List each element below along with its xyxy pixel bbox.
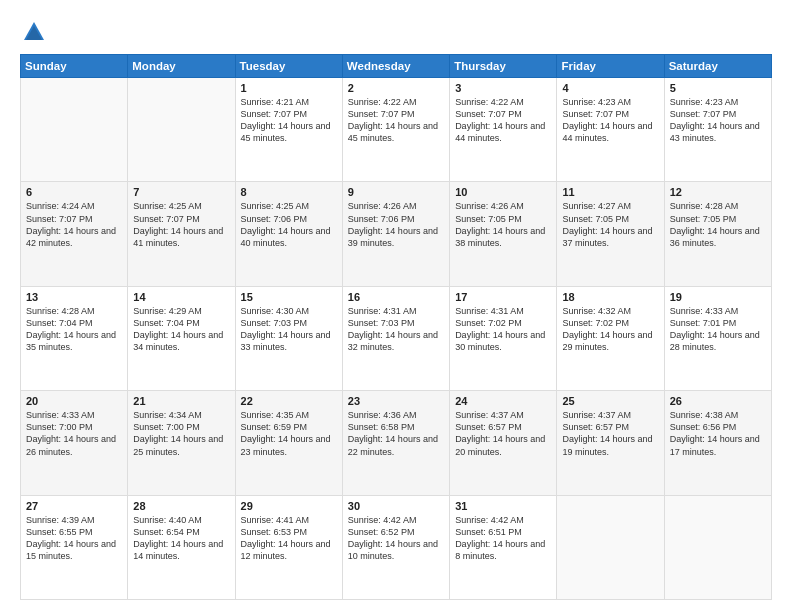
- day-number: 31: [455, 500, 551, 512]
- calendar-cell: 9Sunrise: 4:26 AMSunset: 7:06 PMDaylight…: [342, 182, 449, 286]
- day-number: 2: [348, 82, 444, 94]
- calendar-cell: 12Sunrise: 4:28 AMSunset: 7:05 PMDayligh…: [664, 182, 771, 286]
- day-number: 20: [26, 395, 122, 407]
- day-number: 3: [455, 82, 551, 94]
- calendar-cell: 1Sunrise: 4:21 AMSunset: 7:07 PMDaylight…: [235, 78, 342, 182]
- col-header-monday: Monday: [128, 55, 235, 78]
- cell-info: Sunrise: 4:42 AMSunset: 6:52 PMDaylight:…: [348, 514, 444, 563]
- calendar-cell: 21Sunrise: 4:34 AMSunset: 7:00 PMDayligh…: [128, 391, 235, 495]
- calendar-cell: 28Sunrise: 4:40 AMSunset: 6:54 PMDayligh…: [128, 495, 235, 599]
- calendar-cell: [21, 78, 128, 182]
- cell-info: Sunrise: 4:22 AMSunset: 7:07 PMDaylight:…: [348, 96, 444, 145]
- calendar-cell: 30Sunrise: 4:42 AMSunset: 6:52 PMDayligh…: [342, 495, 449, 599]
- calendar-cell: 17Sunrise: 4:31 AMSunset: 7:02 PMDayligh…: [450, 286, 557, 390]
- calendar-cell: 15Sunrise: 4:30 AMSunset: 7:03 PMDayligh…: [235, 286, 342, 390]
- col-header-wednesday: Wednesday: [342, 55, 449, 78]
- day-number: 7: [133, 186, 229, 198]
- calendar-cell: 11Sunrise: 4:27 AMSunset: 7:05 PMDayligh…: [557, 182, 664, 286]
- calendar-cell: 13Sunrise: 4:28 AMSunset: 7:04 PMDayligh…: [21, 286, 128, 390]
- calendar-cell: 23Sunrise: 4:36 AMSunset: 6:58 PMDayligh…: [342, 391, 449, 495]
- cell-info: Sunrise: 4:34 AMSunset: 7:00 PMDaylight:…: [133, 409, 229, 458]
- cell-info: Sunrise: 4:28 AMSunset: 7:05 PMDaylight:…: [670, 200, 766, 249]
- cell-info: Sunrise: 4:42 AMSunset: 6:51 PMDaylight:…: [455, 514, 551, 563]
- calendar-cell: 19Sunrise: 4:33 AMSunset: 7:01 PMDayligh…: [664, 286, 771, 390]
- day-number: 18: [562, 291, 658, 303]
- cell-info: Sunrise: 4:21 AMSunset: 7:07 PMDaylight:…: [241, 96, 337, 145]
- day-number: 4: [562, 82, 658, 94]
- day-number: 6: [26, 186, 122, 198]
- day-number: 14: [133, 291, 229, 303]
- col-header-sunday: Sunday: [21, 55, 128, 78]
- day-number: 11: [562, 186, 658, 198]
- cell-info: Sunrise: 4:28 AMSunset: 7:04 PMDaylight:…: [26, 305, 122, 354]
- calendar-cell: 27Sunrise: 4:39 AMSunset: 6:55 PMDayligh…: [21, 495, 128, 599]
- calendar-cell: 5Sunrise: 4:23 AMSunset: 7:07 PMDaylight…: [664, 78, 771, 182]
- cell-info: Sunrise: 4:26 AMSunset: 7:05 PMDaylight:…: [455, 200, 551, 249]
- logo: [20, 18, 52, 46]
- day-number: 12: [670, 186, 766, 198]
- cell-info: Sunrise: 4:35 AMSunset: 6:59 PMDaylight:…: [241, 409, 337, 458]
- col-header-tuesday: Tuesday: [235, 55, 342, 78]
- day-number: 1: [241, 82, 337, 94]
- day-number: 5: [670, 82, 766, 94]
- cell-info: Sunrise: 4:37 AMSunset: 6:57 PMDaylight:…: [455, 409, 551, 458]
- cell-info: Sunrise: 4:23 AMSunset: 7:07 PMDaylight:…: [562, 96, 658, 145]
- calendar-cell: 2Sunrise: 4:22 AMSunset: 7:07 PMDaylight…: [342, 78, 449, 182]
- day-number: 24: [455, 395, 551, 407]
- col-header-friday: Friday: [557, 55, 664, 78]
- cell-info: Sunrise: 4:29 AMSunset: 7:04 PMDaylight:…: [133, 305, 229, 354]
- day-number: 10: [455, 186, 551, 198]
- cell-info: Sunrise: 4:30 AMSunset: 7:03 PMDaylight:…: [241, 305, 337, 354]
- calendar-cell: 20Sunrise: 4:33 AMSunset: 7:00 PMDayligh…: [21, 391, 128, 495]
- day-number: 15: [241, 291, 337, 303]
- cell-info: Sunrise: 4:31 AMSunset: 7:03 PMDaylight:…: [348, 305, 444, 354]
- calendar-cell: 26Sunrise: 4:38 AMSunset: 6:56 PMDayligh…: [664, 391, 771, 495]
- cell-info: Sunrise: 4:40 AMSunset: 6:54 PMDaylight:…: [133, 514, 229, 563]
- calendar-cell: [557, 495, 664, 599]
- cell-info: Sunrise: 4:33 AMSunset: 7:00 PMDaylight:…: [26, 409, 122, 458]
- day-number: 30: [348, 500, 444, 512]
- logo-icon: [20, 18, 48, 46]
- calendar-cell: 3Sunrise: 4:22 AMSunset: 7:07 PMDaylight…: [450, 78, 557, 182]
- calendar-cell: 6Sunrise: 4:24 AMSunset: 7:07 PMDaylight…: [21, 182, 128, 286]
- day-number: 26: [670, 395, 766, 407]
- calendar-cell: [664, 495, 771, 599]
- day-number: 19: [670, 291, 766, 303]
- cell-info: Sunrise: 4:38 AMSunset: 6:56 PMDaylight:…: [670, 409, 766, 458]
- day-number: 17: [455, 291, 551, 303]
- cell-info: Sunrise: 4:41 AMSunset: 6:53 PMDaylight:…: [241, 514, 337, 563]
- day-number: 23: [348, 395, 444, 407]
- day-number: 22: [241, 395, 337, 407]
- calendar-cell: 4Sunrise: 4:23 AMSunset: 7:07 PMDaylight…: [557, 78, 664, 182]
- cell-info: Sunrise: 4:33 AMSunset: 7:01 PMDaylight:…: [670, 305, 766, 354]
- header: [20, 18, 772, 46]
- day-number: 13: [26, 291, 122, 303]
- day-number: 8: [241, 186, 337, 198]
- cell-info: Sunrise: 4:39 AMSunset: 6:55 PMDaylight:…: [26, 514, 122, 563]
- calendar-cell: 24Sunrise: 4:37 AMSunset: 6:57 PMDayligh…: [450, 391, 557, 495]
- cell-info: Sunrise: 4:32 AMSunset: 7:02 PMDaylight:…: [562, 305, 658, 354]
- calendar-cell: 14Sunrise: 4:29 AMSunset: 7:04 PMDayligh…: [128, 286, 235, 390]
- day-number: 9: [348, 186, 444, 198]
- cell-info: Sunrise: 4:24 AMSunset: 7:07 PMDaylight:…: [26, 200, 122, 249]
- col-header-saturday: Saturday: [664, 55, 771, 78]
- day-number: 27: [26, 500, 122, 512]
- calendar-cell: [128, 78, 235, 182]
- cell-info: Sunrise: 4:37 AMSunset: 6:57 PMDaylight:…: [562, 409, 658, 458]
- calendar-cell: 31Sunrise: 4:42 AMSunset: 6:51 PMDayligh…: [450, 495, 557, 599]
- calendar-cell: 16Sunrise: 4:31 AMSunset: 7:03 PMDayligh…: [342, 286, 449, 390]
- col-header-thursday: Thursday: [450, 55, 557, 78]
- calendar-cell: 7Sunrise: 4:25 AMSunset: 7:07 PMDaylight…: [128, 182, 235, 286]
- cell-info: Sunrise: 4:23 AMSunset: 7:07 PMDaylight:…: [670, 96, 766, 145]
- calendar-cell: 18Sunrise: 4:32 AMSunset: 7:02 PMDayligh…: [557, 286, 664, 390]
- calendar-cell: 25Sunrise: 4:37 AMSunset: 6:57 PMDayligh…: [557, 391, 664, 495]
- day-number: 28: [133, 500, 229, 512]
- calendar-table: SundayMondayTuesdayWednesdayThursdayFrid…: [20, 54, 772, 600]
- cell-info: Sunrise: 4:36 AMSunset: 6:58 PMDaylight:…: [348, 409, 444, 458]
- cell-info: Sunrise: 4:22 AMSunset: 7:07 PMDaylight:…: [455, 96, 551, 145]
- cell-info: Sunrise: 4:31 AMSunset: 7:02 PMDaylight:…: [455, 305, 551, 354]
- cell-info: Sunrise: 4:25 AMSunset: 7:06 PMDaylight:…: [241, 200, 337, 249]
- calendar-cell: 22Sunrise: 4:35 AMSunset: 6:59 PMDayligh…: [235, 391, 342, 495]
- page: SundayMondayTuesdayWednesdayThursdayFrid…: [0, 0, 792, 612]
- day-number: 25: [562, 395, 658, 407]
